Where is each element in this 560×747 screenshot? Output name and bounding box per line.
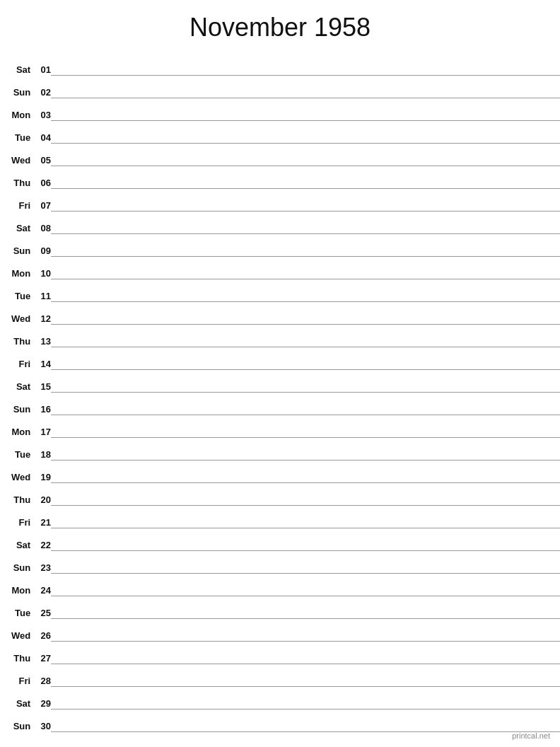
day-name: Mon	[0, 98, 30, 120]
day-name: Fri	[0, 505, 30, 528]
day-line	[51, 550, 560, 573]
day-line	[51, 596, 560, 618]
calendar-row: Wed19	[0, 460, 560, 482]
day-name: Thu	[0, 641, 30, 664]
calendar-row: Tue25	[0, 596, 560, 618]
day-number: 05	[30, 143, 51, 166]
day-line	[51, 143, 560, 166]
day-line	[51, 98, 560, 120]
day-number: 06	[30, 166, 51, 188]
day-number: 14	[30, 347, 51, 369]
day-number: 20	[30, 482, 51, 505]
day-name: Tue	[0, 279, 30, 301]
calendar-row: Sun16	[0, 392, 560, 415]
calendar-row: Mon10	[0, 256, 560, 279]
day-number: 17	[30, 415, 51, 437]
day-line	[51, 324, 560, 347]
day-number: 19	[30, 460, 51, 482]
calendar-row: Wed05	[0, 143, 560, 166]
calendar-row: Tue18	[0, 437, 560, 460]
calendar-row: Wed12	[0, 301, 560, 324]
calendar-row: Sat22	[0, 528, 560, 550]
day-line	[51, 505, 560, 528]
day-name: Fri	[0, 188, 30, 211]
day-number: 23	[30, 550, 51, 573]
day-line	[51, 369, 560, 392]
day-name: Sat	[0, 52, 30, 75]
day-name: Sun	[0, 709, 30, 731]
calendar-grid: Sat01Sun02Mon03Tue04Wed05Thu06Fri07Sat08…	[0, 52, 560, 732]
day-line	[51, 482, 560, 505]
day-line	[51, 618, 560, 641]
calendar-row: Thu06	[0, 166, 560, 188]
day-number: 08	[30, 211, 51, 233]
day-name: Mon	[0, 573, 30, 596]
calendar-row: Sat08	[0, 211, 560, 233]
day-number: 21	[30, 505, 51, 528]
day-line	[51, 233, 560, 256]
calendar-row: Fri21	[0, 505, 560, 528]
day-number: 25	[30, 596, 51, 618]
calendar-row: Fri28	[0, 664, 560, 686]
day-name: Fri	[0, 347, 30, 369]
day-number: 02	[30, 75, 51, 98]
day-number: 12	[30, 301, 51, 324]
day-number: 01	[30, 52, 51, 75]
calendar-row: Sun02	[0, 75, 560, 98]
day-line	[51, 415, 560, 437]
day-line	[51, 120, 560, 143]
day-name: Mon	[0, 415, 30, 437]
day-number: 07	[30, 188, 51, 211]
calendar-row: Thu27	[0, 641, 560, 664]
day-number: 03	[30, 98, 51, 120]
calendar-row: Sun30	[0, 709, 560, 731]
day-name: Thu	[0, 482, 30, 505]
day-name: Mon	[0, 256, 30, 279]
day-line	[51, 188, 560, 211]
day-line	[51, 437, 560, 460]
day-line	[51, 256, 560, 279]
calendar-row: Wed26	[0, 618, 560, 641]
calendar-row: Thu13	[0, 324, 560, 347]
calendar-row: Sun09	[0, 233, 560, 256]
day-number: 09	[30, 233, 51, 256]
day-name: Thu	[0, 324, 30, 347]
day-line	[51, 75, 560, 98]
day-name: Sat	[0, 528, 30, 550]
day-line	[51, 301, 560, 324]
day-line	[51, 460, 560, 482]
calendar-row: Mon17	[0, 415, 560, 437]
day-line	[51, 392, 560, 415]
day-name: Sun	[0, 75, 30, 98]
day-line	[51, 279, 560, 301]
day-number: 30	[30, 709, 51, 731]
day-name: Wed	[0, 618, 30, 641]
day-name: Sun	[0, 550, 30, 573]
day-name: Sat	[0, 369, 30, 392]
day-number: 16	[30, 392, 51, 415]
calendar-row: Sat15	[0, 369, 560, 392]
day-line	[51, 664, 560, 686]
day-name: Sat	[0, 211, 30, 233]
day-name: Tue	[0, 120, 30, 143]
day-name: Tue	[0, 596, 30, 618]
calendar-row: Fri14	[0, 347, 560, 369]
day-number: 26	[30, 618, 51, 641]
day-name: Sat	[0, 686, 30, 709]
calendar-row: Mon24	[0, 573, 560, 596]
day-number: 29	[30, 686, 51, 709]
day-number: 27	[30, 641, 51, 664]
day-number: 15	[30, 369, 51, 392]
day-name: Wed	[0, 143, 30, 166]
day-name: Thu	[0, 166, 30, 188]
day-number: 28	[30, 664, 51, 686]
day-number: 18	[30, 437, 51, 460]
watermark: printcal.net	[512, 731, 550, 740]
day-number: 22	[30, 528, 51, 550]
calendar-row: Fri07	[0, 188, 560, 211]
day-number: 10	[30, 256, 51, 279]
day-name: Wed	[0, 460, 30, 482]
day-name: Sun	[0, 233, 30, 256]
day-line	[51, 709, 560, 731]
day-number: 04	[30, 120, 51, 143]
